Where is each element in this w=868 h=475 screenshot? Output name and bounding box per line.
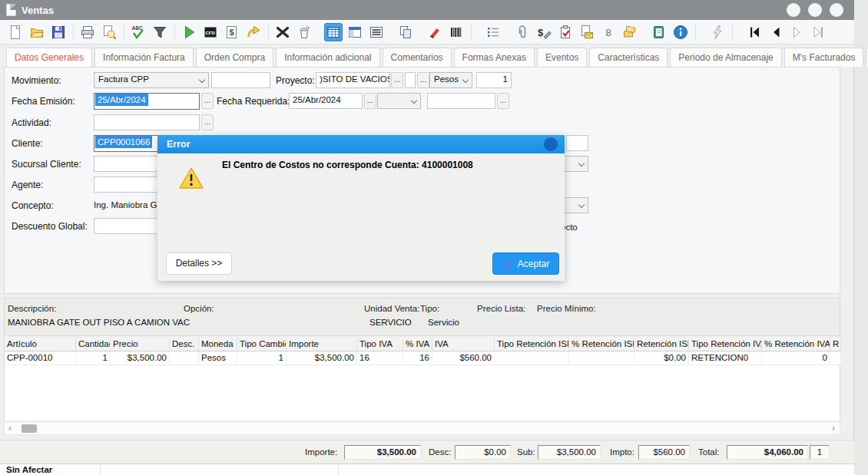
bullet-list-button[interactable] (484, 23, 502, 41)
print-preview-button[interactable] (100, 23, 118, 41)
cell-pct-iva[interactable]: 16 (403, 351, 432, 365)
moneda-combo[interactable]: Pesos (429, 72, 472, 88)
erase-button[interactable] (426, 23, 444, 41)
trash-button[interactable] (295, 23, 313, 41)
address-book-button[interactable] (650, 23, 668, 41)
list-view-button[interactable] (367, 23, 386, 41)
nav-next-button[interactable] (788, 23, 807, 41)
proyecto-lookup2-button[interactable]: ... (417, 72, 429, 88)
cell-articulo[interactable]: CPP-00010 (5, 351, 76, 365)
warning-icon (178, 166, 204, 190)
cell-precio[interactable]: $3,500.00 (111, 351, 170, 365)
print-button[interactable] (78, 23, 97, 41)
row2-combo[interactable] (377, 93, 421, 109)
tab-ms-facturados[interactable]: M's Facturados (784, 48, 864, 67)
actividad-lookup-button[interactable]: ... (201, 114, 214, 130)
concepto-label: Concepto: (12, 200, 54, 211)
cell-partial[interactable] (830, 351, 841, 365)
grid-header-row: Artículo Cantidad Precio Desc. Moneda Ti… (5, 338, 840, 351)
movimiento-combo[interactable]: Factura CPP (94, 72, 209, 88)
fecha-emision-picker-button[interactable]: ... (201, 93, 214, 109)
proyecto-lookup-button[interactable]: ... (391, 72, 403, 88)
spell-check-button[interactable]: ABC (129, 23, 147, 41)
cell-pct-retencion-iva[interactable]: 0 (762, 351, 830, 365)
cell-tipo-iva[interactable]: 16 (357, 351, 403, 365)
cell-moneda[interactable]: Pesos (199, 351, 237, 365)
grid-view-button[interactable] (324, 23, 343, 41)
clipboard-check-button[interactable] (556, 23, 575, 41)
redo-button[interactable] (244, 23, 263, 41)
nav-previous-button[interactable] (767, 23, 785, 41)
scroll-left-icon[interactable]: ‹ (8, 423, 12, 434)
cell-iva[interactable]: $560.00 (432, 351, 495, 365)
open-button[interactable] (28, 23, 46, 41)
tab-informacion-adicional[interactable]: Información adicional (276, 48, 379, 67)
delete-button[interactable] (273, 23, 292, 41)
accept-button[interactable]: Aceptar (492, 252, 559, 275)
sub-value: $3,500.00 (538, 445, 601, 460)
tab-periodo-almacenaje[interactable]: Periodo de Almacenaje (670, 48, 781, 67)
new-document-button[interactable] (6, 23, 25, 41)
bullet-list-icon (485, 24, 502, 41)
cell-pct-retencion-isr[interactable] (569, 351, 634, 365)
cell-importe[interactable]: $3,500.00 (287, 351, 357, 365)
window-button-close[interactable] (830, 3, 843, 17)
cell-tipo-retencion-isr[interactable] (495, 351, 569, 365)
col-cantidad: Cantidad (76, 338, 111, 351)
execute-button[interactable] (180, 23, 198, 41)
tab-caracteristicas[interactable]: Características (589, 48, 668, 67)
tab-comentarios[interactable]: Comentarios (383, 48, 452, 67)
save-button[interactable] (49, 23, 68, 41)
info-button[interactable] (671, 23, 690, 41)
number-8-button[interactable]: 8 (599, 23, 618, 41)
proyecto-small-field[interactable] (405, 72, 416, 88)
form-view-button[interactable] (346, 23, 364, 41)
proyecto-field[interactable]: )SITO DE VACIOS (316, 72, 390, 88)
dialog-circle-button[interactable] (544, 137, 558, 151)
importe-label: Importe: (305, 447, 337, 457)
document-mail-button[interactable] (578, 23, 596, 41)
fecha-emision-field[interactable]: 25/Abr/2024 (94, 93, 200, 110)
cliente-right-field[interactable] (566, 135, 588, 151)
row2-lookup-button[interactable]: ... (497, 93, 509, 109)
lightning-button[interactable] (708, 23, 727, 41)
currency-pen-button[interactable]: $ (535, 23, 553, 41)
barcode-button[interactable] (447, 23, 465, 41)
cell-tipo-cambio[interactable]: 1 (237, 351, 287, 365)
filter-button[interactable] (151, 23, 169, 41)
tab-formas-anexas[interactable]: Formas Anexas (454, 48, 535, 67)
nav-previous-icon (767, 24, 784, 41)
copy-button[interactable] (396, 23, 415, 41)
actividad-field[interactable] (94, 114, 200, 130)
cell-tipo-retencion-iva[interactable]: RETENCION0 (689, 351, 762, 365)
grid-data-row[interactable]: CPP-00010 1 $3,500.00 Pesos 1 $3,500.00 … (5, 351, 840, 365)
horizontal-scrollbar[interactable]: ‹ › (4, 421, 840, 435)
cfdi-button[interactable]: CFD (201, 23, 220, 41)
fecha-requerida-field[interactable]: 25/Abr/2024 (289, 93, 363, 109)
window-button-maximize[interactable] (808, 3, 822, 17)
folders-button[interactable] (621, 23, 639, 41)
document-currency-button[interactable]: $ (223, 23, 241, 41)
tab-eventos[interactable]: Eventos (537, 48, 587, 67)
scrollbar-thumb[interactable] (22, 424, 37, 433)
row2-field[interactable] (427, 93, 495, 109)
fecha-requerida-picker-button[interactable]: ... (364, 93, 376, 109)
movimiento-extra-field[interactable] (211, 72, 270, 88)
nav-first-button[interactable] (745, 23, 764, 41)
tab-orden-compra[interactable]: Orden Compra (196, 48, 273, 67)
cell-cantidad[interactable]: 1 (76, 351, 111, 365)
tab-informacion-factura[interactable]: Información Factura (94, 48, 194, 67)
copy-icon (397, 24, 414, 41)
nav-last-button[interactable] (810, 23, 828, 41)
address-book-icon (651, 24, 668, 41)
tab-datos-generales[interactable]: Datos Generales (6, 48, 92, 67)
details-button[interactable]: Detalles >> (166, 252, 232, 275)
chevron-down-icon (200, 78, 205, 83)
cell-desc[interactable] (170, 351, 199, 365)
window-button-minimize[interactable] (787, 3, 800, 17)
attachment-button[interactable] (513, 23, 532, 41)
nav-next-icon (789, 24, 806, 41)
scroll-right-icon[interactable]: › (832, 423, 835, 434)
tipo-cambio-field[interactable]: 1 (476, 72, 512, 88)
cell-retencion-isr[interactable]: $0.00 (634, 351, 689, 365)
